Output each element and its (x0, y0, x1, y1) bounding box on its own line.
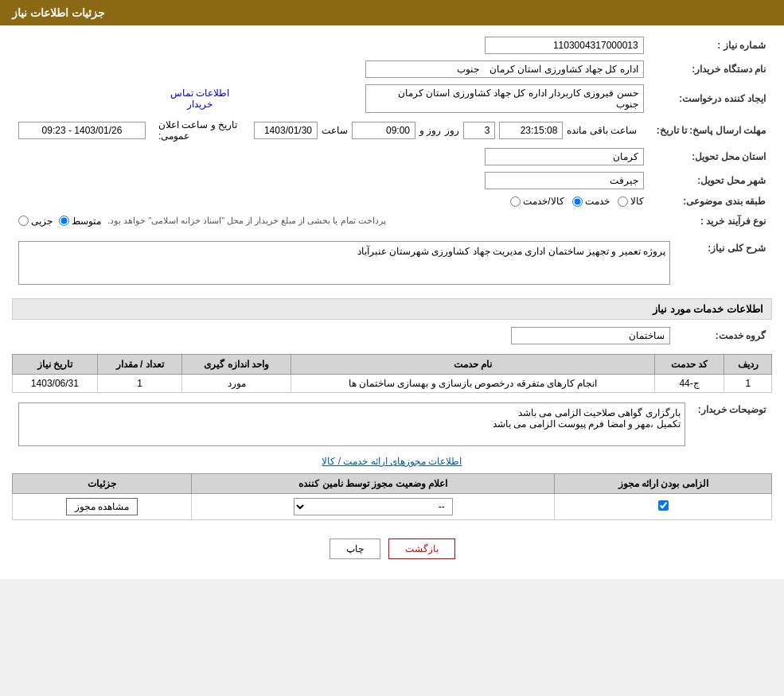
services-grid: ردیف کد حدمت نام حدمت واحد اندازه گیری ت… (12, 354, 772, 393)
perm-status-select[interactable]: -- (294, 498, 453, 515)
province-row: استان محل تحویل: کرمان (12, 145, 772, 169)
need-description-section: شرح کلی نیاز: <span data-bind="fields.ne… (12, 238, 772, 290)
service-group-row: گروه خدمت: ساختمان (12, 324, 772, 348)
col-row: ردیف (724, 355, 772, 375)
need-desc-table: شرح کلی نیاز: <span data-bind="fields.ne… (12, 238, 772, 290)
need-number-value: 1103004317000013 (248, 33, 650, 57)
purchase-type-label: نوع فرآیند خرید : (650, 210, 772, 231)
deadline-time-label: ساعت (322, 125, 348, 136)
announce-label: تاریخ و ساعت اعلان عمومی: (158, 119, 237, 142)
perm-col-required: الزامی بودن ارائه مجوز (555, 474, 772, 494)
back-button[interactable]: بازگشت (388, 539, 455, 559)
created-by-display: حسن فیروزی کاربردار اداره کل جهاد کشاورز… (365, 84, 644, 113)
purchase-type-value: جزیی متوسط پرداخت تمام یا بخشی از مبلغ خ… (12, 210, 650, 231)
services-grid-body: 1 ج-44 انجام کارهای متفرقه درخصوص بازساز… (13, 375, 772, 393)
service-group-label: گروه خدمت: (677, 324, 772, 348)
category-row: طبقه بندی موضوعی: کالا/خدمت خدمت (12, 192, 772, 210)
buyer-org-label: نام دستگاه خریدار: (650, 57, 772, 81)
col-date: تاریخ نیاز (13, 355, 98, 375)
category-kala-khadamat-option[interactable]: کالا/خدمت (510, 196, 564, 207)
permissions-grid-header: الزامی بودن ارائه مجوز اعلام وضعیت مجوز … (13, 474, 772, 494)
services-grid-header-row: ردیف کد حدمت نام حدمت واحد اندازه گیری ت… (13, 355, 772, 375)
col-name: نام حدمت (291, 355, 655, 375)
services-section-title: اطلاعات خدمات مورد نیاز (12, 298, 772, 320)
perm-required-checkbox[interactable] (658, 500, 669, 511)
row-date: 1403/06/31 (13, 375, 98, 393)
row-number: 1 (724, 375, 772, 393)
permissions-section-link[interactable]: اطلاعات مجوزهای ارائه خدمت / کالا (12, 456, 772, 467)
purchase-type-row: نوع فرآیند خرید : جزیی متوسط پرداخت تمام… (12, 210, 772, 231)
need-number-row: شماره نیاز : 1103004317000013 (12, 33, 772, 57)
category-kala-option[interactable]: کالا (618, 196, 644, 207)
permissions-grid: الزامی بودن ارائه مجوز اعلام وضعیت مجوز … (12, 473, 772, 520)
perm-details-cell: مشاهده مجوز (13, 494, 192, 520)
perm-required-cell (555, 494, 772, 520)
need-desc-value: <span data-bind="fields.need_description… (12, 238, 677, 290)
need-number-label: شماره نیاز : (650, 33, 772, 57)
permissions-header-row: الزامی بودن ارائه مجوز اعلام وضعیت مجوز … (13, 474, 772, 494)
purchase-type-note: پرداخت تمام یا بخشی از مبلغ خریدار از مح… (107, 213, 386, 228)
city-row: شهر محل تحویل: جیرفت (12, 169, 772, 192)
info-table: شماره نیاز : 1103004317000013 نام دستگاه… (12, 33, 772, 231)
buyer-org-display: اداره کل جهاد کشاورزی استان کرمان جنوب (365, 60, 644, 78)
category-khadamat-option[interactable]: خدمت (572, 196, 610, 207)
page-header: جزئیات اطلاعات نیاز (0, 0, 784, 25)
purchase-type-jazvi-radio[interactable] (18, 216, 29, 226)
buyer-notes-row: توضیحات خریدار: (12, 399, 772, 452)
city-label: شهر محل تحویل: (650, 169, 772, 192)
deadline-value: 1403/01/30 ساعت 09:00 روز و روز 3 23:15:… (248, 116, 650, 145)
need-number-display: 1103004317000013 (485, 37, 644, 54)
province-label: استان محل تحویل: (650, 145, 772, 169)
row-qty: 1 (97, 375, 182, 393)
table-row: 1 ج-44 انجام کارهای متفرقه درخصوص بازساز… (13, 375, 772, 393)
announce-datetime-value: 1403/01/26 - 09:23 (18, 122, 146, 139)
deadline-days-label: روز و (419, 125, 441, 136)
main-content: شماره نیاز : 1103004317000013 نام دستگاه… (0, 25, 784, 579)
deadline-remaining-label: ساعت باقی مانده (567, 125, 637, 136)
province-value: کرمان (485, 148, 644, 165)
buyer-org-row: نام دستگاه خریدار: اداره کل جهاد کشاورزی… (12, 57, 772, 81)
category-label: طبقه بندی موضوعی: (650, 192, 772, 210)
deadline-remaining: 23:15:08 (499, 122, 563, 139)
buyer-org-value: اداره کل جهاد کشاورزی استان کرمان جنوب (248, 57, 650, 81)
created-by-label: ایجاد کننده درخواست: (650, 81, 772, 116)
view-permission-button[interactable]: مشاهده مجوز (66, 498, 138, 515)
services-grid-header: ردیف کد حدمت نام حدمت واحد اندازه گیری ت… (13, 355, 772, 375)
deadline-date: 1403/01/30 (254, 122, 318, 139)
col-qty: تعداد / مقدار (97, 355, 182, 375)
perm-col-status: اعلام وضعیت مجوز توسط نامین کننده (192, 474, 555, 494)
need-desc-label: شرح کلی نیاز: (677, 238, 772, 290)
permissions-grid-body: -- مشاهده مجوز (13, 494, 772, 520)
col-code: کد حدمت (654, 355, 724, 375)
purchase-type-jazvi-option[interactable]: جزیی (18, 216, 53, 227)
perm-status-cell: -- (192, 494, 555, 520)
print-button[interactable]: چاپ (330, 539, 380, 559)
category-kala-khadamat-radio[interactable] (510, 196, 521, 207)
deadline-days-label2: روز (445, 125, 459, 136)
page-title: جزئیات اطلاعات نیاز (12, 6, 105, 19)
service-group-value: ساختمان (12, 324, 677, 348)
row-name: انجام کارهای متفرقه درخصوص بازسازی و بهس… (291, 375, 655, 393)
category-value: کالا/خدمت خدمت کالا (248, 192, 650, 210)
bottom-buttons: بازگشت چاپ (12, 527, 772, 571)
purchase-type-motevaset-option[interactable]: متوسط (59, 216, 101, 227)
need-desc-row: شرح کلی نیاز: <span data-bind="fields.ne… (12, 238, 772, 290)
buyer-notes-textarea[interactable] (18, 402, 685, 446)
perm-col-details: جزئیات (13, 474, 192, 494)
category-khadamat-radio[interactable] (572, 196, 583, 207)
created-by-value: حسن فیروزی کاربردار اداره کل جهاد کشاورز… (248, 81, 650, 116)
city-value: جیرفت (485, 172, 644, 189)
category-kala-radio[interactable] (618, 196, 628, 207)
contact-info-link[interactable]: اطلاعات تماس خریدار (170, 87, 229, 110)
col-unit: واحد اندازه گیری (182, 355, 291, 375)
row-code: ج-44 (654, 375, 724, 393)
announce-datetime-row: مهلت ارسال پاسخ: تا تاریخ: 1403/01/30 سا… (12, 116, 772, 145)
row-unit: مورد (182, 375, 291, 393)
purchase-type-motevaset-radio[interactable] (59, 216, 69, 226)
buyer-notes-table: توضیحات خریدار: (12, 399, 772, 452)
service-group-display: ساختمان (511, 327, 670, 344)
buyer-notes-value (12, 399, 692, 452)
need-desc-textarea[interactable]: <span data-bind="fields.need_description… (18, 241, 670, 285)
deadline-days: 3 (463, 122, 495, 139)
page-wrapper: جزئیات اطلاعات نیاز شماره نیاز : 1103004… (0, 0, 784, 579)
